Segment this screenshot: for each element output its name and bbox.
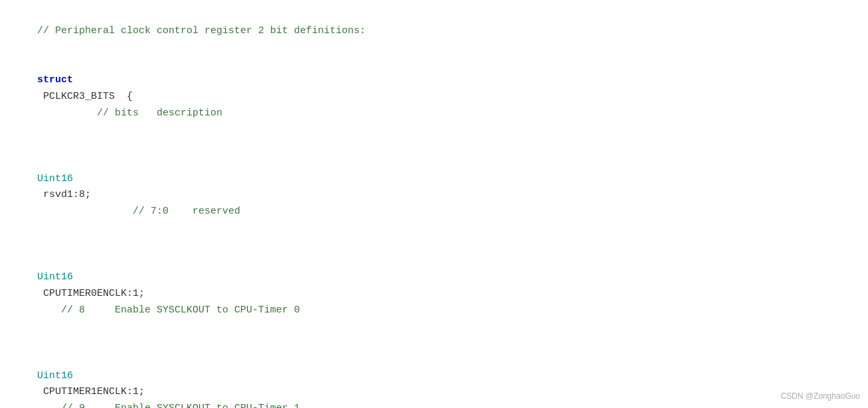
type-uint16-1: Uint16 xyxy=(37,173,73,184)
comment-2: // bits description xyxy=(37,107,222,119)
type-uint16-2: Uint16 xyxy=(37,271,73,283)
line-1: // Peripheral clock control register 2 b… xyxy=(13,7,855,56)
field-cputimer1: CPUTIMER1ENCLK:1; xyxy=(37,386,145,397)
comment-4: // 8 Enable SYSCLKOUT to CPU-Timer 0 xyxy=(37,305,300,316)
kw-struct: struct xyxy=(37,74,73,86)
struct-name: PCLKCR3_BITS { xyxy=(37,91,133,102)
line-2: struct PCLKCR3_BITS { // bits descriptio… xyxy=(13,56,855,138)
line-3: Uint16 rsvd1:8; // 7:0 reserved xyxy=(13,138,855,237)
field-rsvd1: rsvd1:8; xyxy=(37,189,91,200)
comment-3: // 7:0 reserved xyxy=(37,206,240,217)
line-5: Uint16 CPUTIMER1ENCLK:1; // 9 Enable SYS… xyxy=(13,335,855,408)
comment-5: // 9 Enable SYSCLKOUT to CPU-Timer 1 xyxy=(37,403,300,408)
field-cputimer0: CPUTIMER0ENCLK:1; xyxy=(37,288,145,299)
code-block: // Peripheral clock control register 2 b… xyxy=(0,0,868,408)
comment-1: // Peripheral clock control register 2 b… xyxy=(37,25,366,36)
watermark: CSDN @ZonghaoGuo xyxy=(780,390,860,403)
line-4: Uint16 CPUTIMER0ENCLK:1; // 8 Enable SYS… xyxy=(13,237,855,336)
type-uint16-3: Uint16 xyxy=(37,370,73,381)
